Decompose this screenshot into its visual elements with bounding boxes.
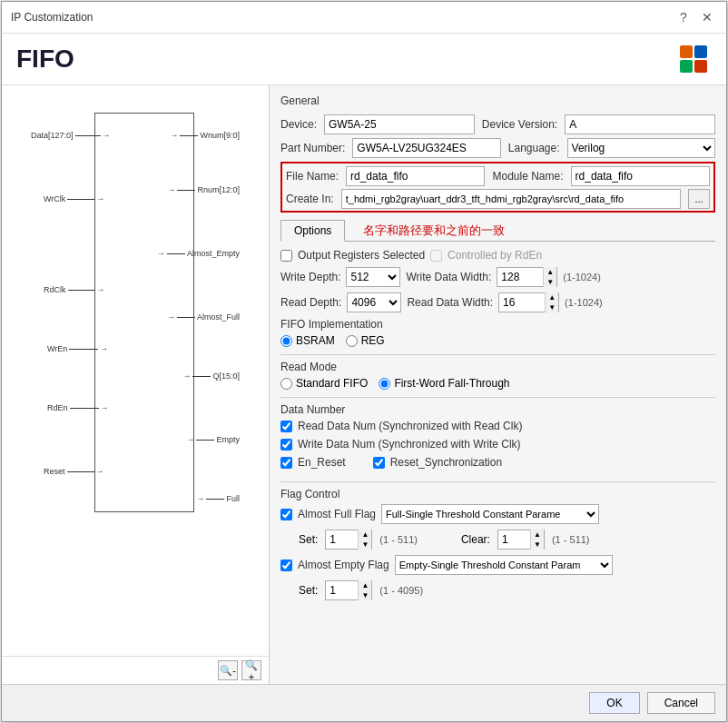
clear-up[interactable]: ▲ — [531, 530, 544, 540]
output-registers-label: Output Registers Selected — [298, 249, 425, 262]
set-down[interactable]: ▼ — [359, 540, 371, 550]
pin-reset: Reset — [44, 467, 65, 476]
first-word-row: First-Word Fall-Through — [379, 377, 509, 390]
zoom-out-button[interactable]: 🔍- — [218, 660, 238, 680]
first-word-radio[interactable] — [379, 378, 390, 390]
read-mode-section: Read Mode Standard FIFO First-Word Fall-… — [280, 361, 715, 390]
output-registers-checkbox[interactable] — [280, 250, 292, 262]
clear-input[interactable] — [498, 530, 530, 549]
module-name-input[interactable] — [571, 166, 710, 186]
clear-label: Clear: — [461, 533, 490, 546]
title-bar-right: ? ✕ — [674, 7, 717, 27]
set2-arrows: ▲ ▼ — [358, 580, 371, 600]
clear-range: (1 - 511) — [552, 534, 590, 545]
part-number-label: Part Number: — [280, 142, 345, 154]
device-input[interactable] — [324, 114, 475, 134]
set2-down[interactable]: ▼ — [359, 590, 371, 600]
close-button[interactable]: ✕ — [697, 7, 717, 27]
set-spinner: ▲ ▼ — [325, 530, 372, 550]
window-title: IP Customization — [11, 11, 93, 24]
language-select[interactable]: Verilog VHDL — [567, 138, 715, 158]
controlled-by-rdEn-checkbox[interactable] — [430, 250, 442, 262]
write-data-width-arrows: ▲ ▼ — [543, 267, 556, 287]
read-data-num-row: Read Data Num (Synchronized with Read Cl… — [280, 420, 715, 432]
standard-fifo-radio[interactable] — [280, 378, 292, 390]
general-title: General — [280, 94, 715, 107]
tab-note: 名字和路径要和之前的一致 — [363, 220, 505, 241]
clear-down[interactable]: ▼ — [531, 540, 544, 550]
set2-up[interactable]: ▲ — [359, 580, 371, 590]
create-in-input[interactable] — [341, 189, 681, 209]
reset-sync-checkbox[interactable] — [373, 457, 385, 469]
divider-1 — [280, 354, 715, 355]
set2-label: Set: — [299, 584, 318, 597]
main-content: Data[127:0] → WrClk → RdClk → — [2, 85, 726, 684]
file-name-input[interactable] — [346, 166, 485, 186]
pin-wrclk: WrClk — [44, 194, 65, 203]
write-data-num-checkbox[interactable] — [280, 439, 292, 451]
bsram-label: BSRAM — [296, 334, 335, 347]
clear-spinner: ▲ ▼ — [497, 530, 545, 550]
svg-rect-0 — [680, 45, 693, 58]
pin-data: Data[127:0] — [31, 131, 74, 140]
pin-rnum: Rnum[12:0] — [197, 185, 240, 194]
en-reset-label: En_Reset — [298, 456, 346, 469]
cancel-button[interactable]: Cancel — [647, 692, 715, 714]
device-label: Device: — [280, 118, 317, 131]
read-data-num-checkbox[interactable] — [280, 421, 292, 432]
options-tab[interactable]: Options — [280, 220, 345, 242]
fifo-title: FIFO — [16, 45, 74, 74]
tabs: Options 名字和路径要和之前的一致 — [280, 220, 715, 242]
fifo-impl-label: FIFO Implementation — [280, 318, 715, 331]
almost-full-flag-checkbox[interactable] — [280, 509, 292, 520]
write-data-width-up[interactable]: ▲ — [544, 267, 556, 277]
set-up[interactable]: ▲ — [359, 530, 371, 540]
zoom-in-button[interactable]: 🔍+ — [241, 660, 261, 680]
ok-button[interactable]: OK — [589, 692, 639, 714]
set2-range: (1 - 4095) — [379, 585, 423, 596]
bsram-radio[interactable] — [280, 335, 292, 347]
write-depth-row: Write Depth: 512 256 1024 Write Data Wid… — [280, 267, 715, 287]
almost-full-flag-row: Almost Full Flag Full-Single Threshold C… — [280, 504, 715, 524]
device-version-input[interactable] — [565, 114, 715, 134]
set-input[interactable] — [326, 530, 358, 549]
title-bar: IP Customization ? ✕ — [2, 2, 726, 34]
part-number-input[interactable] — [352, 138, 500, 158]
read-depth-select[interactable]: 4096 2048 — [347, 292, 401, 312]
write-data-width-down[interactable]: ▼ — [544, 277, 556, 287]
pin-rdclk: RdClk — [44, 285, 66, 294]
write-depth-label: Write Depth: — [280, 271, 340, 283]
standard-fifo-label: Standard FIFO — [296, 377, 368, 390]
read-depth-label: Read Depth: — [280, 296, 341, 309]
write-depth-select[interactable]: 512 256 1024 — [346, 267, 400, 287]
divider-2 — [280, 397, 715, 398]
read-data-num-label: Read Data Num (Synchronized with Read Cl… — [298, 420, 522, 432]
output-registers-row: Output Registers Selected Controlled by … — [280, 249, 715, 262]
header: FIFO — [2, 34, 726, 85]
almost-empty-flag-checkbox[interactable] — [280, 560, 292, 571]
set2-spinner: ▲ ▼ — [325, 580, 372, 600]
read-data-width-input[interactable] — [499, 293, 545, 312]
module-name-label: Module Name: — [492, 170, 563, 183]
read-data-width-up[interactable]: ▲ — [546, 292, 558, 302]
browse-button[interactable]: ... — [688, 189, 710, 209]
pin-almost-empty: Almost_Empty — [187, 249, 240, 258]
reg-radio-row: REG — [346, 334, 385, 347]
reset-sync-label: Reset_Synchronization — [390, 456, 502, 469]
write-data-width-spinner: ▲ ▼ — [497, 267, 557, 287]
standard-fifo-row: Standard FIFO — [280, 377, 368, 390]
help-button[interactable]: ? — [674, 7, 694, 27]
schematic: Data[127:0] → WrClk → RdClk → — [2, 85, 269, 656]
divider-3 — [280, 481, 715, 482]
almost-empty-flag-select[interactable]: Empty-Single Threshold Constant Param — [395, 555, 613, 575]
write-data-width-input[interactable] — [497, 268, 543, 286]
reg-radio[interactable] — [346, 335, 358, 347]
almost-full-flag-select[interactable]: Full-Single Threshold Constant Parame — [381, 504, 599, 524]
almost-full-flag-label: Almost Full Flag — [298, 508, 376, 520]
read-data-width-down[interactable]: ▼ — [546, 302, 558, 312]
bsram-radio-row: BSRAM — [280, 334, 335, 347]
en-reset-checkbox[interactable] — [280, 457, 292, 469]
reg-label: REG — [361, 334, 385, 347]
set2-input[interactable] — [326, 581, 358, 599]
clear-arrows: ▲ ▼ — [530, 530, 544, 550]
